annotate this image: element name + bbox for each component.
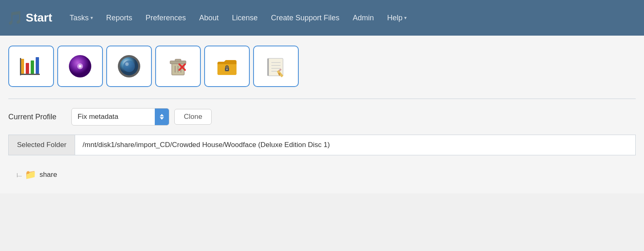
profile-current-value: Fix metadata <box>72 109 155 124</box>
svg-point-22 <box>227 69 228 70</box>
nav-item-create-support-files[interactable]: Create Support Files <box>265 10 345 26</box>
profile-select-wrapper: Fix metadata <box>71 108 169 126</box>
brand-logo[interactable]: 🎵 Start <box>7 10 52 26</box>
svg-rect-24 <box>267 58 269 76</box>
tree-item-share[interactable]: |..... 📁 share <box>17 168 627 182</box>
toolbar <box>8 46 636 87</box>
folder-icon: 📁 <box>25 169 36 180</box>
svg-rect-3 <box>36 57 39 74</box>
chart-button[interactable] <box>8 46 54 87</box>
nav-item-preferences[interactable]: Preferences <box>140 10 192 26</box>
selected-folder-tab: Selected Folder <box>9 135 75 155</box>
svg-rect-15 <box>175 59 181 61</box>
nav-item-tasks[interactable]: Tasks ▾ <box>64 10 99 26</box>
brand-label: Start <box>26 11 52 24</box>
nav-item-help[interactable]: Help ▾ <box>381 10 412 26</box>
svg-rect-0 <box>21 59 24 74</box>
chevron-down-icon: ▾ <box>90 15 93 21</box>
profile-label: Current Profile <box>8 113 66 121</box>
tree-item-label: share <box>39 171 57 179</box>
profile-dropdown-button[interactable] <box>155 109 169 125</box>
chevron-down-icon: ▾ <box>404 15 407 21</box>
archive-button[interactable] <box>204 46 250 87</box>
section-divider <box>8 99 636 99</box>
tree-expand-icon: |..... <box>17 172 22 177</box>
svg-rect-4 <box>20 74 40 75</box>
svg-point-8 <box>79 65 81 68</box>
delete-button[interactable] <box>155 46 201 87</box>
disc-button[interactable] <box>57 46 103 87</box>
file-tree: |..... 📁 share <box>8 164 636 185</box>
nav-items: Tasks ▾ Reports Preferences About Licens… <box>64 10 637 26</box>
svg-rect-5 <box>20 58 21 75</box>
svg-rect-2 <box>31 60 34 74</box>
main-content: Current Profile Fix metadata Clone Selec… <box>0 36 644 193</box>
selected-folder-path: /mnt/disk1/share/import_CD/Crowded House… <box>75 135 635 155</box>
svg-point-11 <box>123 60 135 72</box>
nav-item-about[interactable]: About <box>193 10 224 26</box>
nav-item-license[interactable]: License <box>226 10 263 26</box>
svg-point-12 <box>125 63 129 66</box>
profile-row: Current Profile Fix metadata Clone <box>8 108 636 126</box>
lens-button[interactable] <box>106 46 152 87</box>
nav-item-reports[interactable]: Reports <box>100 10 138 26</box>
clone-button[interactable]: Clone <box>174 109 212 125</box>
music-icon: 🎵 <box>7 10 23 26</box>
arrow-up-icon <box>160 114 164 116</box>
navbar: 🎵 Start Tasks ▾ Reports Preferences Abou… <box>0 0 644 36</box>
notes-button[interactable] <box>253 46 299 87</box>
nav-item-admin[interactable]: Admin <box>347 10 380 26</box>
selected-folder-row: Selected Folder /mnt/disk1/share/import_… <box>8 135 636 155</box>
svg-rect-1 <box>26 63 29 74</box>
arrow-down-icon <box>160 117 164 120</box>
